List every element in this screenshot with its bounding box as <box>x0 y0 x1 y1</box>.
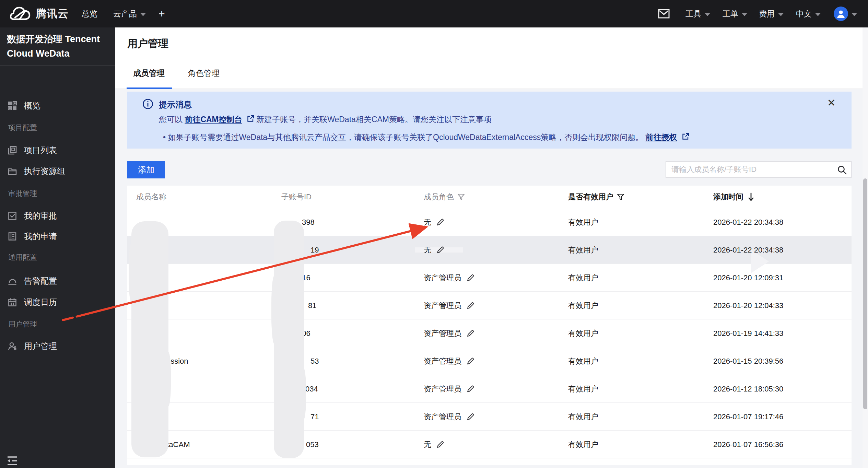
sidebar-item-alarm-config[interactable]: 告警配置 <box>0 273 115 289</box>
valid-user-cell: 有效用户 <box>568 236 598 264</box>
grid-icon <box>8 101 17 110</box>
mail-icon <box>658 9 670 19</box>
table-row[interactable]: ataCAM 053 无 有效用户 2026-01-07 16:56:36 <box>127 431 852 458</box>
search-icon[interactable] <box>837 165 847 176</box>
chevron-down-icon <box>705 13 710 16</box>
added-time-cell: 2026-01-07 19:17:46 <box>713 403 783 431</box>
member-role-cell: 资产管理员 <box>424 292 475 319</box>
member-role-cell: 无 <box>424 208 445 236</box>
valid-user-cell: 有效用户 <box>568 431 598 458</box>
added-time-cell: 2026-01-20 12:04:33 <box>713 292 783 319</box>
search-input[interactable] <box>671 162 832 177</box>
member-role-cell: 资产管理员 <box>424 403 475 431</box>
edit-role-pencil-icon[interactable] <box>466 384 475 394</box>
messages-button[interactable] <box>658 0 670 27</box>
sidebar-item-overview[interactable]: 概览 <box>0 98 115 114</box>
added-time-cell: 2026-01-20 12:09:31 <box>713 264 783 292</box>
table-header-row: 成员名称 子账号ID 成员角色 是否有效用户 添加时间 <box>127 186 852 208</box>
nav-billing[interactable]: 费用 <box>759 0 784 27</box>
added-time-cell: 2026-01-07 16:56:36 <box>713 431 783 458</box>
close-icon[interactable]: ✕ <box>827 98 836 108</box>
sidebar-item-project-list[interactable]: 项目列表 <box>0 142 115 158</box>
edit-role-pencil-icon[interactable] <box>435 245 445 255</box>
sidebar-section-general-config: 通用配置 <box>8 253 37 262</box>
members-table: 成员名称 子账号ID 成员角色 是否有效用户 添加时间 <box>127 186 852 465</box>
nav-ticket[interactable]: 工单 <box>723 0 747 27</box>
valid-user-cell: 有效用户 <box>568 347 598 375</box>
col-header-valid-user: 是否有效用户 <box>568 186 624 208</box>
nav-overview[interactable]: 总览 <box>82 0 97 27</box>
active-tab-indicator <box>127 87 172 89</box>
edit-role-pencil-icon[interactable] <box>466 273 475 283</box>
sidebar-section-approval: 审批管理 <box>8 189 37 198</box>
page-header: 用户管理 成员管理 角色管理 <box>115 27 868 89</box>
chevron-down-icon <box>778 13 784 16</box>
edit-role-pencil-icon[interactable] <box>466 301 475 311</box>
wedata-console: 腾讯云 总览 云产品 + 工具 工单 费用 中文 数据开发治理 Tencent … <box>0 0 868 468</box>
table-row[interactable]: 81 资产管理员 有效用户 2026-01-20 12:04:33 <box>127 292 852 319</box>
valid-user-cell: 有效用户 <box>568 319 598 347</box>
filter-icon[interactable] <box>617 193 624 201</box>
redaction-blob-subaccount-id <box>274 221 304 458</box>
sidebar-item-my-approvals[interactable]: 我的审批 <box>0 208 115 224</box>
clipboard-check-icon <box>8 211 17 221</box>
calendar-icon <box>8 297 17 307</box>
add-member-button[interactable]: 添加 <box>127 161 165 178</box>
edit-role-pencil-icon[interactable] <box>466 412 475 422</box>
banner-bullet: • 如果子账号需要通过WeData与其他腾讯云产品交互，请确保该子账号关联了Qc… <box>163 132 689 143</box>
member-role-value: 资产管理员 <box>424 356 461 366</box>
table-row[interactable]: 316 资产管理员 有效用户 2026-01-20 12:09:31 <box>127 264 852 292</box>
scrollbar-thumb[interactable] <box>863 178 867 409</box>
banner-title: 提示消息 <box>159 99 192 110</box>
alarm-icon <box>8 276 17 286</box>
nav-tools[interactable]: 工具 <box>685 0 710 27</box>
tab-member-management[interactable]: 成员管理 <box>133 68 165 79</box>
table-row[interactable]: 398 无 有效用户 2026-01-22 20:34:38 <box>127 208 852 236</box>
sidebar-item-exec-resource-group[interactable]: 执行资源组 <box>0 163 115 179</box>
subaccount-id-fragment: 19 <box>310 236 319 264</box>
nav-add-tab-button[interactable]: + <box>159 0 165 27</box>
nav-language[interactable]: 中文 <box>796 0 821 27</box>
edit-role-pencil-icon[interactable] <box>435 218 445 227</box>
sidebar-item-schedule-calendar[interactable]: 调度日历 <box>0 294 115 310</box>
edit-role-pencil-icon[interactable] <box>466 356 475 366</box>
sidebar: 数据开发治理 Tencent Cloud WeData 概览 项目配置 项目列表… <box>0 27 115 468</box>
nav-cloud-products[interactable]: 云产品 <box>113 0 146 27</box>
table-row[interactable]: 71 资产管理员 有效用户 2026-01-07 19:17:46 <box>127 403 852 431</box>
member-role-cell: 无 <box>424 431 445 458</box>
account-menu[interactable] <box>834 0 857 27</box>
added-time-cell: 2026-01-22 20:34:38 <box>713 236 783 264</box>
member-role-cell: 资产管理员 <box>424 264 475 292</box>
sidebar-collapse-button[interactable] <box>7 456 19 466</box>
folder-icon <box>8 166 17 176</box>
member-role-cell: 资产管理员 <box>424 319 475 347</box>
member-search <box>666 161 852 178</box>
table-row[interactable]: 906 资产管理员 有效用户 2026-01-19 14:41:33 <box>127 319 852 347</box>
document-icon <box>8 232 17 241</box>
user-icon <box>8 341 17 351</box>
divider <box>0 65 115 66</box>
tencent-cloud-logo[interactable]: 腾讯云 <box>10 0 69 27</box>
col-header-member-name: 成员名称 <box>136 186 166 208</box>
sort-desc-icon[interactable] <box>748 192 754 201</box>
col-header-subaccount-id: 子账号ID <box>281 186 312 208</box>
member-role-value: 资产管理员 <box>424 273 461 283</box>
sidebar-item-my-applications[interactable]: 我的申请 <box>0 229 115 244</box>
filter-icon[interactable] <box>457 193 465 201</box>
member-role-cell: 无 <box>424 236 445 264</box>
tab-role-management[interactable]: 角色管理 <box>188 68 220 79</box>
member-role-value: 资产管理员 <box>424 328 461 339</box>
edit-role-pencil-icon[interactable] <box>435 440 445 449</box>
col-header-member-role: 成员角色 <box>424 186 465 208</box>
added-time-cell: 2026-01-12 18:05:30 <box>713 375 783 403</box>
table-row[interactable]: 034 资产管理员 有效用户 2026-01-12 18:05:30 <box>127 375 852 403</box>
edit-role-pencil-icon[interactable] <box>466 329 475 338</box>
member-role-value: 资产管理员 <box>424 412 461 422</box>
table-row[interactable]: 19 无 有效用户 2026-01-22 20:34:38 <box>127 236 852 264</box>
go-authorize-link[interactable]: 前往授权 <box>646 133 677 142</box>
table-row[interactable]: mission 53 资产管理员 有效用户 2026-01-15 20:39:5… <box>127 347 852 375</box>
added-time-cell: 2026-01-19 14:41:33 <box>713 319 783 347</box>
sidebar-item-user-management[interactable]: 用户管理 <box>0 338 115 354</box>
cam-console-link[interactable]: 前往CAM控制台 <box>185 115 242 124</box>
chevron-down-icon <box>815 13 821 16</box>
